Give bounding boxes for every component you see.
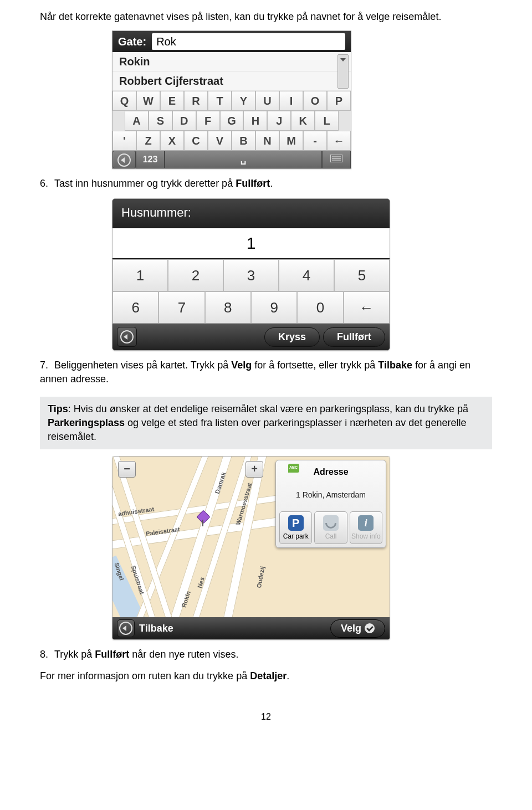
numpad-key[interactable]: 9 xyxy=(251,291,297,324)
step-text: når den nye ruten vises. xyxy=(129,649,238,660)
street-label: Oudezij xyxy=(255,566,267,589)
keyboard-key[interactable]: H xyxy=(243,111,267,131)
car-park-button[interactable]: P Car park xyxy=(279,511,312,544)
final-text: . xyxy=(287,670,289,681)
call-button[interactable]: Call xyxy=(314,511,347,544)
keyboard-key[interactable]: N xyxy=(255,131,279,151)
keyboard-key[interactable]: G xyxy=(220,111,244,131)
street-input[interactable]: Rok xyxy=(152,33,345,50)
map-pin-icon xyxy=(198,512,208,526)
numpad-key[interactable]: 5 xyxy=(334,259,390,291)
keyboard-key[interactable]: M xyxy=(279,131,303,151)
map-back-button[interactable] xyxy=(117,619,135,637)
velg-button[interactable]: Velg xyxy=(330,619,385,638)
keyboard-key[interactable]: Z xyxy=(136,131,160,151)
info-icon: i xyxy=(358,515,374,531)
numeric-mode-key[interactable]: 123 xyxy=(136,151,165,168)
numpad-key[interactable]: 1 xyxy=(112,259,168,291)
fullfort-button[interactable]: Fullført xyxy=(323,327,385,347)
checkmark-icon xyxy=(365,623,375,633)
final-bold: Detaljer xyxy=(250,670,287,681)
suggestion-item[interactable]: Rokin xyxy=(112,52,351,71)
back-circle-icon xyxy=(117,153,131,167)
step-bold: Velg xyxy=(231,360,252,371)
numpad-key[interactable]: 2 xyxy=(168,259,223,291)
zoom-in-button[interactable]: + xyxy=(245,461,263,478)
numpad-back-button[interactable] xyxy=(117,327,137,347)
space-key[interactable]: ␣ xyxy=(165,151,322,168)
keyboard-key[interactable]: S xyxy=(149,111,172,131)
street-search-screenshot: Gate: Rok Rokin Robbert Cijferstraat QWE… xyxy=(112,30,351,169)
numpad-key[interactable]: 3 xyxy=(223,259,279,291)
keyboard-key[interactable]: A xyxy=(125,111,149,131)
suggestion-list: Rokin Robbert Cijferstraat xyxy=(112,52,351,91)
step-text: Beliggenheten vises på kartet. Trykk på xyxy=(54,360,231,371)
keyboard-key[interactable]: O xyxy=(303,91,327,111)
keyboard-key[interactable]: ' xyxy=(112,131,136,151)
kryss-button[interactable]: Kryss xyxy=(264,327,320,347)
numpad-key[interactable]: ← xyxy=(344,291,390,324)
panel-title: Adresse xyxy=(313,467,348,476)
phone-icon xyxy=(323,515,339,531)
intro-text: Når det korrekte gatenavnet vises på lis… xyxy=(40,10,492,24)
keyboard-key[interactable]: - xyxy=(303,131,327,151)
numpad-key[interactable]: 7 xyxy=(158,291,204,324)
location-panel: Adresse 1 Rokin, Amsterdam P Car park Ca… xyxy=(275,460,386,548)
keyboard-key[interactable]: J xyxy=(267,111,291,131)
zoom-out-button[interactable]: − xyxy=(118,461,136,478)
keyboard-key[interactable]: W xyxy=(136,91,160,111)
keyboard-key[interactable]: P xyxy=(327,91,351,111)
page-number: 12 xyxy=(40,711,492,723)
keyboard-key[interactable]: B xyxy=(232,131,255,151)
keyboard-key[interactable]: V xyxy=(208,131,232,151)
step-bold: Fullført xyxy=(236,178,270,189)
keyboard-icon xyxy=(330,155,342,162)
keyboard-key[interactable]: E xyxy=(160,91,184,111)
show-info-button[interactable]: i Show info xyxy=(350,511,382,544)
keyboard-key[interactable]: K xyxy=(291,111,315,131)
step-6: 6.Tast inn husnummer og trykk deretter p… xyxy=(40,177,492,191)
keyboard-key[interactable]: L xyxy=(315,111,339,131)
keyboard-key[interactable]: Q xyxy=(112,91,136,111)
step-text: Trykk på xyxy=(54,649,95,660)
numpad-key[interactable]: 8 xyxy=(205,291,251,324)
suggestion-item[interactable]: Robbert Cijferstraat xyxy=(112,71,351,91)
numpad-key[interactable]: 4 xyxy=(279,259,334,291)
step-8: 8.Trykk på Fullført når den nye ruten vi… xyxy=(40,648,492,662)
keyboard-key[interactable]: I xyxy=(279,91,303,111)
scrollbar-down-icon[interactable] xyxy=(337,54,349,89)
keyboard-key[interactable]: T xyxy=(208,91,232,111)
panel-btn-label: Show info xyxy=(351,532,381,540)
back-circle-icon xyxy=(120,330,134,344)
tip-text: : Hvis du ønsker at det endelige reisemå… xyxy=(68,403,468,414)
keyboard-key[interactable]: ← xyxy=(327,131,351,151)
keyboard-toggle-key[interactable] xyxy=(322,151,351,168)
panel-address: 1 Rokin, Amsterdam xyxy=(279,484,382,512)
map-screenshot: Damrak Warmoesstraat Paleisstraat adhuis… xyxy=(112,456,390,640)
onscreen-keyboard: QWERTYUIOP ASDFGHJKL 'ZXCVBNM-← xyxy=(112,91,351,151)
step-bold: Fullført xyxy=(95,649,129,660)
tip-label: Tips xyxy=(48,403,68,414)
keyboard-key[interactable]: R xyxy=(184,91,208,111)
keyboard-key[interactable]: U xyxy=(255,91,279,111)
keyboard-back-button[interactable] xyxy=(112,151,136,168)
address-tag-icon xyxy=(288,464,299,473)
tilbake-label[interactable]: Tilbake xyxy=(139,622,173,635)
keyboard-key[interactable]: X xyxy=(160,131,184,151)
step-bold: Tilbake xyxy=(378,360,412,371)
keyboard-key[interactable]: Y xyxy=(232,91,255,111)
keyboard-key[interactable]: C xyxy=(184,131,208,151)
husnummer-label: Husnummer: xyxy=(112,199,390,227)
step-number: 8. xyxy=(40,648,54,662)
final-line: For mer informasjon om ruten kan du tryk… xyxy=(40,669,492,683)
step-text: for å fortsette, eller trykk på xyxy=(252,360,378,371)
parking-icon: P xyxy=(288,515,304,531)
keyboard-key[interactable]: D xyxy=(172,111,196,131)
numpad-key[interactable]: 0 xyxy=(297,291,343,324)
keyboard-key[interactable]: F xyxy=(196,111,220,131)
back-circle-icon xyxy=(119,622,132,635)
velg-label: Velg xyxy=(341,622,361,635)
step-7: 7.Beliggenheten vises på kartet. Trykk p… xyxy=(40,358,492,388)
numpad-key[interactable]: 6 xyxy=(112,291,158,324)
house-number-input[interactable]: 1 xyxy=(112,228,390,258)
